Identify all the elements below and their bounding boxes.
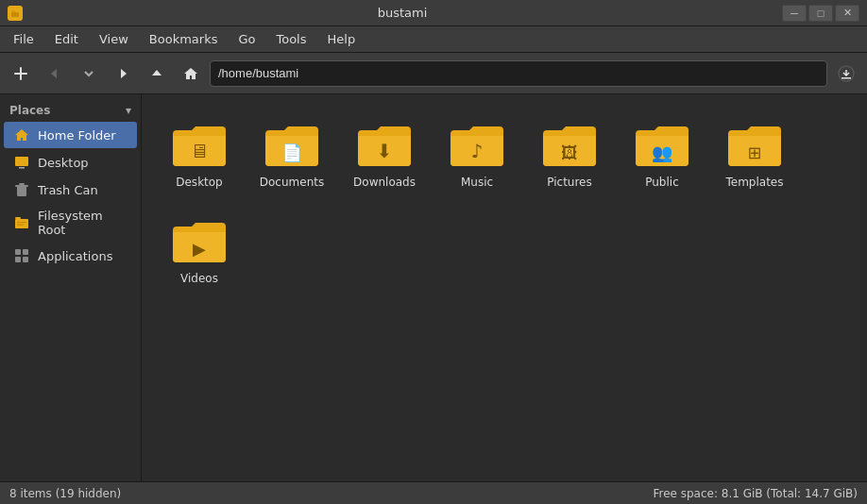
file-label-public: Public xyxy=(645,176,679,191)
forward-button[interactable] xyxy=(108,59,138,89)
menu-help[interactable]: Help xyxy=(318,29,366,49)
sidebar-item-label: Home Folder xyxy=(38,128,116,143)
sidebar-item-home-folder[interactable]: Home Folder xyxy=(4,122,137,148)
file-label-pictures: Pictures xyxy=(547,176,592,191)
file-item-videos[interactable]: ▶ Videos xyxy=(157,206,242,294)
desktop-sidebar-icon xyxy=(13,154,30,171)
up-button[interactable] xyxy=(142,59,172,89)
places-label: Places xyxy=(9,104,50,117)
videos-folder-icon: ▶ xyxy=(169,213,230,266)
sidebar-item-label: Trash Can xyxy=(38,183,98,197)
close-button[interactable]: ✕ xyxy=(835,5,859,22)
svg-rect-18 xyxy=(15,257,21,262)
home-folder-icon xyxy=(13,126,30,143)
svg-rect-19 xyxy=(23,257,28,262)
svg-rect-13 xyxy=(15,217,21,219)
downloads-folder-icon: ⬇ xyxy=(354,117,415,170)
pictures-folder-icon: 🖼 xyxy=(539,117,600,170)
svg-rect-6 xyxy=(842,77,851,79)
menu-view[interactable]: View xyxy=(90,29,138,49)
svg-rect-9 xyxy=(17,186,26,196)
menu-go[interactable]: Go xyxy=(229,29,264,49)
free-space: Free space: 8.1 GiB (Total: 14.7 GiB) xyxy=(653,487,858,500)
file-label-desktop: Desktop xyxy=(176,176,223,191)
applications-icon xyxy=(13,247,30,264)
svg-rect-10 xyxy=(15,185,28,187)
svg-rect-12 xyxy=(15,219,28,228)
file-item-public[interactable]: 👥 Public xyxy=(620,109,705,198)
file-item-documents[interactable]: 📄 Documents xyxy=(249,109,334,198)
documents-folder-icon: 📄 xyxy=(262,117,322,170)
svg-rect-11 xyxy=(19,183,25,185)
app-icon xyxy=(8,6,23,21)
file-item-templates[interactable]: ⊞ Templates xyxy=(712,109,797,198)
svg-rect-2 xyxy=(11,10,15,12)
menu-edit[interactable]: Edit xyxy=(45,29,88,49)
location-bar[interactable]: /home/bustami xyxy=(210,60,827,87)
sidebar-item-filesystem-root[interactable]: Filesystem Root xyxy=(4,204,137,242)
templates-folder-icon: ⊞ xyxy=(724,117,785,170)
file-label-music: Music xyxy=(461,176,493,191)
minimize-button[interactable]: ─ xyxy=(782,5,807,22)
file-item-desktop[interactable]: 🖥 Desktop xyxy=(157,109,242,198)
toolbar: /home/bustami xyxy=(0,53,867,94)
svg-rect-7 xyxy=(15,157,28,166)
desktop-folder-icon: 🖥 xyxy=(169,117,230,170)
sidebar-item-label: Applications xyxy=(38,249,112,263)
menu-tools[interactable]: Tools xyxy=(266,29,315,49)
statusbar: 8 items (19 hidden) Free space: 8.1 GiB … xyxy=(0,481,867,504)
svg-rect-17 xyxy=(23,249,28,255)
download-button[interactable] xyxy=(831,59,861,89)
file-label-documents: Documents xyxy=(260,176,324,191)
menubar: File Edit View Bookmarks Go Tools Help xyxy=(0,26,867,53)
new-tab-button[interactable] xyxy=(6,59,36,89)
svg-rect-8 xyxy=(19,167,25,169)
file-item-downloads[interactable]: ⬇ Downloads xyxy=(342,109,427,198)
sidebar-item-trash-can[interactable]: Trash Can xyxy=(4,176,137,203)
file-item-pictures[interactable]: 🖼 Pictures xyxy=(527,109,612,198)
menu-bookmarks[interactable]: Bookmarks xyxy=(140,29,228,49)
svg-rect-16 xyxy=(15,249,21,255)
public-folder-icon: 👥 xyxy=(632,117,692,170)
window-title: bustami xyxy=(23,6,782,20)
sidebar-item-applications[interactable]: Applications xyxy=(4,243,137,269)
history-dropdown-button[interactable] xyxy=(74,59,104,89)
window-controls: ─ □ ✕ xyxy=(782,5,859,22)
places-collapse-icon: ▾ xyxy=(126,104,131,117)
back-button[interactable] xyxy=(40,59,70,89)
sidebar-item-label: Desktop xyxy=(38,156,89,170)
menu-file[interactable]: File xyxy=(4,29,43,49)
home-button[interactable] xyxy=(176,59,206,89)
sidebar: Places ▾ Home Folder Desktop xyxy=(0,94,142,481)
main-area: Places ▾ Home Folder Desktop xyxy=(0,94,867,481)
file-item-music[interactable]: ♪ Music xyxy=(434,109,519,198)
svg-rect-14 xyxy=(17,222,26,223)
file-label-templates: Templates xyxy=(725,176,783,191)
filesystem-root-icon xyxy=(13,214,30,231)
svg-rect-4 xyxy=(20,67,22,80)
file-label-videos: Videos xyxy=(180,272,218,287)
svg-rect-1 xyxy=(11,12,19,17)
sidebar-item-label: Filesystem Root xyxy=(38,209,128,237)
titlebar: bustami ─ □ ✕ xyxy=(0,0,867,26)
trash-can-icon xyxy=(13,181,30,198)
maximize-button[interactable]: □ xyxy=(808,5,833,22)
music-folder-icon: ♪ xyxy=(447,117,507,170)
svg-rect-15 xyxy=(17,225,24,226)
places-header[interactable]: Places ▾ xyxy=(0,100,141,121)
file-browser: 🖥 Desktop 📄 Documents ⬇ xyxy=(142,94,867,481)
sidebar-item-desktop[interactable]: Desktop xyxy=(4,149,137,176)
file-label-downloads: Downloads xyxy=(353,176,416,191)
items-count: 8 items (19 hidden) xyxy=(9,487,121,500)
